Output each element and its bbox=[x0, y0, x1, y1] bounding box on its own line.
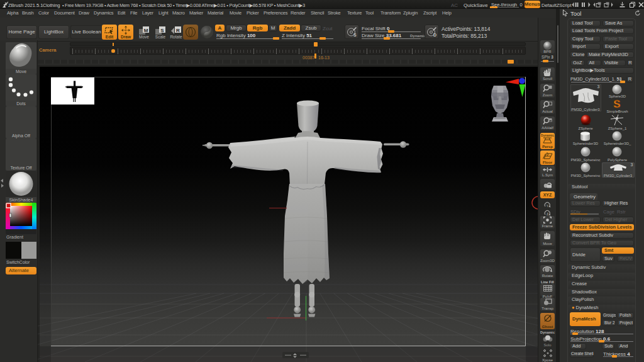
svg-text:R: R bbox=[176, 28, 180, 33]
svg-text:S: S bbox=[613, 99, 620, 110]
svg-text:S: S bbox=[160, 28, 164, 33]
svg-text:D: D bbox=[433, 33, 436, 37]
svg-text:Y: Y bbox=[547, 204, 549, 208]
svg-text:Z: Z bbox=[547, 212, 548, 216]
svg-text:M: M bbox=[144, 28, 148, 33]
svg-text:S: S bbox=[353, 33, 357, 37]
